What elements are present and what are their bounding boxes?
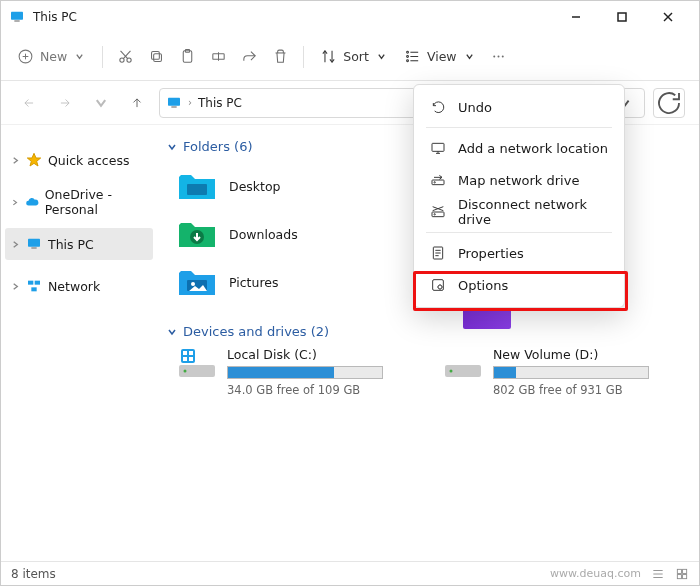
new-label: New <box>40 49 67 64</box>
this-pc-icon <box>166 95 182 111</box>
svg-rect-38 <box>31 287 36 291</box>
svg-point-25 <box>493 56 495 58</box>
nav-network[interactable]: Network <box>5 270 153 302</box>
drives-section-header[interactable]: Devices and drives (2) <box>167 324 691 339</box>
share-button[interactable] <box>235 39 264 75</box>
arrow-right-icon <box>58 96 72 110</box>
chevron-down-icon <box>167 327 177 337</box>
disconnect-drive-icon <box>430 204 446 220</box>
breadcrumb[interactable]: This PC <box>198 96 242 110</box>
recent-dropdown[interactable] <box>87 89 115 117</box>
svg-point-56 <box>434 182 435 183</box>
drive-d[interactable]: New Volume (D:) 802 GB free of 931 GB <box>443 347 649 397</box>
svg-rect-52 <box>432 143 444 151</box>
svg-rect-32 <box>171 106 176 107</box>
nav-this-pc[interactable]: This PC <box>5 228 153 260</box>
map-drive-icon <box>430 172 446 188</box>
svg-rect-36 <box>28 281 33 285</box>
folder-label: Pictures <box>229 275 279 290</box>
view-icon <box>404 48 421 65</box>
forward-button[interactable] <box>51 89 79 117</box>
sort-button[interactable]: Sort <box>312 39 394 75</box>
nav-quick-access[interactable]: Quick access <box>5 144 153 176</box>
menu-divider <box>426 232 612 233</box>
menu-undo[interactable]: Undo <box>420 91 618 123</box>
svg-point-27 <box>501 56 503 58</box>
chevron-down-icon <box>465 52 474 61</box>
refresh-button[interactable] <box>653 88 685 118</box>
svg-rect-1 <box>14 20 19 21</box>
svg-rect-31 <box>168 97 180 105</box>
cut-icon <box>117 48 134 65</box>
watermark-text: www.deuaq.com <box>550 567 641 580</box>
properties-icon <box>430 245 446 261</box>
drive-free-text: 34.0 GB free of 109 GB <box>227 383 383 397</box>
minimize-button[interactable] <box>553 1 599 33</box>
thumbnails-view-icon[interactable] <box>675 567 689 581</box>
chevron-down-icon <box>75 52 84 61</box>
nav-label: OneDrive - Personal <box>45 187 153 217</box>
chevron-right-icon[interactable] <box>11 282 20 291</box>
maximize-button[interactable] <box>599 1 645 33</box>
nav-onedrive[interactable]: OneDrive - Personal <box>5 186 153 218</box>
section-label: Devices and drives (2) <box>183 324 329 339</box>
status-bar: 8 items www.deuaq.com <box>1 561 699 585</box>
drive-c[interactable]: Local Disk (C:) 34.0 GB free of 109 GB <box>177 347 383 397</box>
close-button[interactable] <box>645 1 691 33</box>
svg-rect-47 <box>189 351 193 355</box>
details-view-icon[interactable] <box>651 567 665 581</box>
menu-properties[interactable]: Properties <box>420 237 618 269</box>
delete-button[interactable] <box>266 39 295 75</box>
folder-label: Desktop <box>229 179 281 194</box>
status-item-count: 8 items <box>11 567 56 581</box>
rename-icon <box>210 48 227 65</box>
menu-disconnect-network-drive[interactable]: Disconnect network drive <box>420 196 618 228</box>
toolbar: New Sort View <box>1 33 699 81</box>
drive-label: Local Disk (C:) <box>227 347 383 362</box>
copy-button[interactable] <box>142 39 171 75</box>
arrow-up-icon <box>130 96 144 110</box>
usage-fill <box>228 367 334 378</box>
menu-add-network-location[interactable]: Add a network location <box>420 132 618 164</box>
chevron-right-icon[interactable] <box>11 240 20 249</box>
arrow-left-icon <box>22 96 36 110</box>
rename-button[interactable] <box>204 39 233 75</box>
menu-divider <box>426 127 612 128</box>
menu-label: Map network drive <box>458 173 579 188</box>
window-title: This PC <box>33 10 77 24</box>
svg-point-58 <box>434 214 435 215</box>
plus-circle-icon <box>17 48 34 65</box>
svg-rect-49 <box>189 357 193 361</box>
view-button[interactable]: View <box>396 39 482 75</box>
share-icon <box>241 48 258 65</box>
menu-options[interactable]: Options <box>420 269 618 301</box>
toolbar-divider <box>102 46 103 68</box>
cut-button[interactable] <box>111 39 140 75</box>
view-label: View <box>427 49 457 64</box>
up-button[interactable] <box>123 89 151 117</box>
network-location-icon <box>430 140 446 156</box>
videos-folder-icon[interactable] <box>463 311 511 329</box>
svg-rect-71 <box>683 569 687 573</box>
desktop-folder-icon <box>177 169 217 203</box>
copy-icon <box>148 48 165 65</box>
svg-point-42 <box>191 282 195 286</box>
more-button[interactable] <box>484 39 513 75</box>
nav-label: This PC <box>48 237 94 252</box>
menu-map-network-drive[interactable]: Map network drive <box>420 164 618 196</box>
new-button[interactable]: New <box>11 39 94 75</box>
svg-rect-46 <box>183 351 187 355</box>
chevron-right-icon[interactable] <box>11 198 19 207</box>
svg-marker-33 <box>27 153 40 166</box>
paste-button[interactable] <box>173 39 202 75</box>
network-icon <box>26 278 42 294</box>
usage-bar <box>493 366 649 379</box>
svg-rect-72 <box>677 574 681 578</box>
svg-rect-3 <box>618 13 626 21</box>
chevron-right-icon[interactable] <box>11 156 20 165</box>
usage-bar <box>227 366 383 379</box>
refresh-icon <box>654 88 684 118</box>
this-pc-icon <box>26 236 42 252</box>
downloads-folder-icon <box>177 217 217 251</box>
back-button[interactable] <box>15 89 43 117</box>
